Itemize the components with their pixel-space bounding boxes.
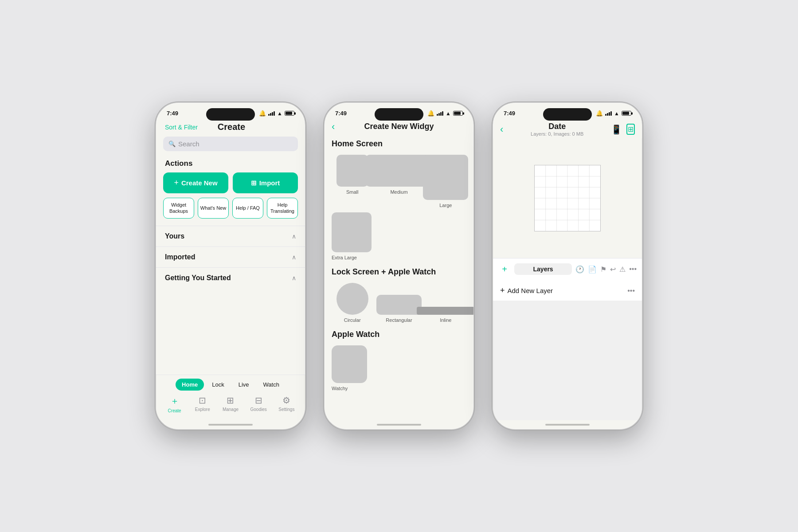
warning-icon[interactable]: ⚠ [619,265,626,274]
widget-circular[interactable]: Circular [332,283,373,323]
layers-toolbar: + Layers 🕐 📄 ⚑ ↩ ⚠ ••• [493,258,642,281]
yours-section[interactable]: Yours ∧ [156,226,305,246]
layers-tab[interactable]: Layers [514,263,572,275]
battery-icon-2 [453,111,463,116]
small-label: Small [346,189,359,195]
tab-explore[interactable]: ⊡ Explore [192,395,214,413]
battery-icon-3 [622,111,631,116]
layers-add-button[interactable]: + [498,263,511,275]
tab-goodies[interactable]: ⊟ Goodies [247,395,270,413]
goodies-tab-icon: ⊟ [255,395,262,406]
screen-1: Sort & Filter Create 🔍 Search Actions + … [156,118,305,420]
phone3-header-icons: 📱 ⊞ [611,124,635,135]
more-icon[interactable]: ••• [629,265,637,273]
whats-new-button[interactable]: What's New [198,198,229,219]
dynamic-island-3 [543,108,592,121]
wifi-icon-2: ▲ [446,110,451,117]
rect-label: Rectangular [386,317,412,323]
time-2: 7:49 [335,110,347,117]
signal-icon-3 [605,111,612,116]
widget-inline[interactable]: Inline [425,307,466,323]
help-faq-button[interactable]: Help / FAQ [232,198,263,219]
apple-watch-label: Apple Watch [332,330,466,339]
lock-widget-grid: Circular Rectangular Inline [332,283,466,323]
getting-started-label: Getting You Started [165,274,231,282]
tab-segments: Home Lock Live Watch [156,379,305,391]
page-title-3: Date [548,122,566,131]
flag-icon[interactable]: ⚑ [600,265,606,274]
search-placeholder: Search [178,140,200,148]
tab-manage[interactable]: ⊞ Manage [219,395,242,413]
inline-label: Inline [440,317,451,323]
create-new-button[interactable]: + Create New [163,172,228,193]
widget-rectangular[interactable]: Rectangular [378,295,419,323]
history-icon[interactable]: 🕐 [575,265,584,274]
actions-row2: Widget Backups What's New Help / FAQ Hel… [156,198,305,226]
bell-icon-2: 🔔 [427,110,434,117]
home-indicator-1 [156,420,305,429]
tab-create[interactable]: ＋ Create [164,395,186,413]
search-bar[interactable]: 🔍 Search [163,137,298,151]
large-thumb [423,155,468,200]
phone-icon[interactable]: 📱 [611,124,622,135]
bottom-tabs: ＋ Create ⊡ Explore ⊞ Manage ⊟ Goodies ⚙ [156,395,305,413]
tab-bar-1: Home Lock Live Watch ＋ Create ⊡ Explore … [156,375,305,420]
back-button-2[interactable]: ‹ [332,121,335,133]
add-layer-label[interactable]: Add New Layer [508,287,553,294]
grid-svg [535,165,600,231]
qr-icon: ⊞ [251,179,257,187]
phone-2: 7:49 🔔 ▲ ‹ Create New Widgy Home Screen [324,102,474,430]
canvas-area [493,138,642,258]
tab-home-seg[interactable]: Home [176,379,204,391]
create-new-label: Create New [181,179,218,187]
phone2-scroll[interactable]: Home Screen Small Medium Large E [325,136,473,420]
status-icons-3: 🔔 ▲ [596,110,631,117]
layers-list: + Add New Layer ••• [493,281,642,301]
watch-widget-grid: Watchy [332,345,466,391]
add-layer-plus-icon: + [500,286,505,295]
widget-watchy[interactable]: Watchy [332,345,466,391]
back-button-3[interactable]: ‹ [500,124,503,135]
xlarge-thumb [332,212,372,252]
toolbar-row: + Layers 🕐 📄 ⚑ ↩ ⚠ ••• [498,263,637,275]
page-title-1: Create [218,122,245,132]
widget-large[interactable]: Large [425,155,466,208]
tab-live-seg[interactable]: Live [232,379,255,391]
home-widget-grid: Small Medium Large [332,155,466,208]
home-screen-label: Home Screen [332,139,466,149]
rect-thumb [376,295,422,315]
widget-medium[interactable]: Medium [378,155,419,208]
grid-icon[interactable]: ⊞ [626,124,635,135]
manage-tab-icon: ⊞ [227,395,234,406]
help-translating-button[interactable]: Help Translating [267,198,298,219]
watchy-thumb [332,345,367,383]
file-icon[interactable]: 📄 [588,265,597,274]
medium-label: Medium [390,189,407,195]
small-thumb [336,155,368,187]
tab-settings[interactable]: ⚙ Settings [275,395,297,413]
dynamic-island-2 [375,108,423,121]
widget-backups-button[interactable]: Widget Backups [163,198,194,219]
sort-filter-button[interactable]: Sort & Filter [165,124,198,131]
imported-section[interactable]: Imported ∧ [156,246,305,267]
search-icon: 🔍 [168,141,176,147]
widget-extra-large[interactable]: Extra Large [332,212,466,260]
tab-lock-seg[interactable]: Lock [206,379,230,391]
battery-icon [285,111,294,116]
bell-icon-3: 🔔 [596,110,603,117]
home-indicator-3 [493,420,642,429]
plus-icon: + [174,178,179,188]
undo-icon[interactable]: ↩ [610,265,616,274]
create-tab-label: Create [168,408,181,413]
import-button[interactable]: ⊞ Import [233,172,298,193]
layer-more-button[interactable]: ••• [627,287,635,295]
screen-3: ‹ Date Layers: 0, Images: 0 MB 📱 ⊞ [493,118,642,420]
status-icons-2: 🔔 ▲ [427,110,463,117]
getting-started-section[interactable]: Getting You Started ∧ [156,267,305,288]
actions-row1: + Create New ⊞ Import [156,172,305,198]
explore-tab-icon: ⊡ [199,395,206,406]
tab-watch-seg[interactable]: Watch [257,379,286,391]
dynamic-island-1 [206,108,255,121]
screen-2: ‹ Create New Widgy Home Screen Small Med… [325,118,473,420]
yours-chevron: ∧ [292,233,296,240]
